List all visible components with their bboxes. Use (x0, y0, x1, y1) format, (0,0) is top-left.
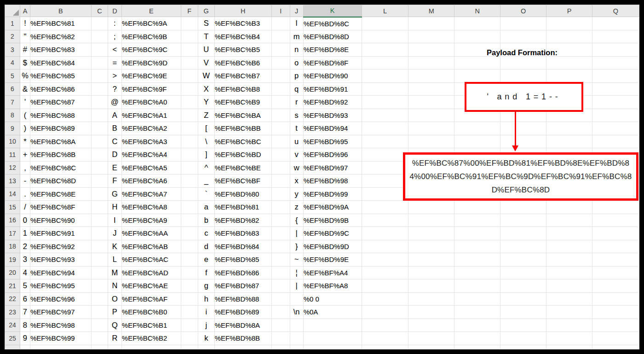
cell-N6[interactable] (454, 82, 500, 96)
cell-K23[interactable]: %0A (303, 306, 362, 319)
cell-H22[interactable]: %EF%BD%88 (214, 292, 271, 306)
cell-Q8[interactable] (592, 109, 639, 122)
cell-J25[interactable] (290, 332, 303, 345)
cell-N4[interactable] (454, 56, 500, 70)
cell-F8[interactable] (181, 109, 198, 122)
cell-L11[interactable] (362, 148, 408, 162)
row-header-19[interactable]: 19 (5, 253, 20, 267)
cell-G19[interactable]: e (198, 253, 214, 267)
cell-N19[interactable] (454, 253, 500, 267)
cell-J18[interactable]: } (290, 240, 303, 253)
cell-J15[interactable]: z (290, 201, 303, 214)
cell-I24[interactable] (271, 319, 290, 332)
cell-I9[interactable] (271, 122, 290, 135)
cell-M23[interactable] (408, 306, 454, 319)
cell-M14[interactable] (408, 187, 454, 201)
cell-L1[interactable] (362, 17, 408, 30)
cell-J22[interactable] (290, 292, 303, 306)
column-header-I[interactable]: I (271, 5, 290, 17)
cell-H6[interactable]: %EF%BC%B8 (214, 82, 271, 96)
cell-J11[interactable]: v (290, 148, 303, 162)
cell-Q17[interactable] (592, 227, 639, 240)
cell-B5[interactable]: %EF%BC%85 (30, 70, 91, 83)
cell-F10[interactable] (181, 135, 198, 148)
cell-H20[interactable]: %EF%BD%86 (214, 266, 271, 279)
cell-E3[interactable]: %EF%BC%9C (121, 43, 181, 57)
cell-E26[interactable] (121, 345, 181, 349)
cell-F23[interactable] (181, 306, 198, 319)
cell-O11[interactable] (500, 148, 546, 162)
cell-P1[interactable] (546, 17, 592, 30)
cell-L9[interactable] (362, 122, 408, 135)
cell-C16[interactable] (91, 214, 108, 227)
cell-K9[interactable]: %EF%BD%94 (303, 122, 362, 135)
cell-E17[interactable]: %EF%BC%AA (121, 227, 181, 240)
cell-I3[interactable] (271, 43, 290, 57)
cell-B23[interactable]: %EF%BC%97 (30, 306, 91, 319)
cell-O20[interactable] (500, 266, 546, 279)
cell-L3[interactable] (362, 43, 408, 57)
cell-Q21[interactable] (592, 279, 639, 293)
cell-A23[interactable]: 7 (20, 306, 30, 319)
cell-M22[interactable] (408, 292, 454, 306)
cell-C9[interactable] (91, 122, 108, 135)
cell-E25[interactable]: %EF%BC%B2 (121, 332, 181, 345)
cell-E4[interactable]: %EF%BC%9D (121, 56, 181, 70)
cell-M18[interactable] (408, 240, 454, 253)
cell-H17[interactable]: %EF%BD%83 (214, 227, 271, 240)
row-header-5[interactable]: 5 (5, 70, 20, 83)
cell-B22[interactable]: %EF%BC%96 (30, 292, 91, 306)
cell-I17[interactable] (271, 227, 290, 240)
cell-L26[interactable] (362, 345, 408, 349)
cell-C2[interactable] (91, 30, 108, 43)
cell-E13[interactable]: %EF%BC%A6 (121, 174, 181, 188)
cell-Q10[interactable] (592, 135, 639, 148)
cell-G15[interactable]: a (198, 201, 214, 214)
cell-A25[interactable]: 9 (20, 332, 30, 345)
cell-L25[interactable] (362, 332, 408, 345)
cell-N7[interactable] (454, 96, 500, 109)
cell-O10[interactable] (500, 135, 546, 148)
cell-L22[interactable] (362, 292, 408, 306)
cell-C17[interactable] (91, 227, 108, 240)
cell-A21[interactable]: 5 (20, 279, 30, 293)
cell-E15[interactable]: %EF%BC%A8 (121, 201, 181, 214)
cell-G1[interactable]: S (198, 17, 214, 30)
cell-A12[interactable]: , (20, 161, 30, 174)
cell-M6[interactable] (408, 82, 454, 96)
cell-E22[interactable]: %EF%BC%AF (121, 292, 181, 306)
cell-B2[interactable]: %EF%BC%82 (30, 30, 91, 43)
cell-N23[interactable] (454, 306, 500, 319)
cell-K12[interactable]: %EF%BD%97 (303, 161, 362, 174)
cell-I15[interactable] (271, 201, 290, 214)
cell-A26[interactable] (20, 345, 30, 349)
cell-H16[interactable]: %EF%BD%82 (214, 214, 271, 227)
cell-P21[interactable] (546, 279, 592, 293)
column-header-M[interactable]: M (408, 5, 454, 17)
row-header-11[interactable]: 11 (5, 148, 20, 162)
cell-K1[interactable]: %EF%BD%8C (303, 17, 362, 30)
cell-E24[interactable]: %EF%BC%B1 (121, 319, 181, 332)
column-header-L[interactable]: L (362, 5, 408, 17)
cell-P13[interactable] (546, 174, 592, 188)
cell-G3[interactable]: U (198, 43, 214, 57)
cell-D14[interactable]: G (108, 187, 121, 201)
cell-O22[interactable] (500, 292, 546, 306)
cell-J3[interactable]: n (290, 43, 303, 57)
cell-E8[interactable]: %EF%BC%A1 (121, 109, 181, 122)
cell-G17[interactable]: c (198, 227, 214, 240)
cell-E5[interactable]: %EF%BC%9E (121, 70, 181, 83)
cell-I1[interactable] (271, 17, 290, 30)
cell-C19[interactable] (91, 253, 108, 267)
cell-F16[interactable] (181, 214, 198, 227)
row-header-20[interactable]: 20 (5, 266, 20, 279)
cell-C13[interactable] (91, 174, 108, 188)
row-header-3[interactable]: 3 (5, 43, 20, 57)
cell-D23[interactable]: P (108, 306, 121, 319)
cell-J23[interactable]: \n (290, 306, 303, 319)
cell-F14[interactable] (181, 187, 198, 201)
cell-E12[interactable]: %EF%BC%A5 (121, 161, 181, 174)
cell-A20[interactable]: 4 (20, 266, 30, 279)
cell-J9[interactable]: t (290, 122, 303, 135)
cell-C25[interactable] (91, 332, 108, 345)
